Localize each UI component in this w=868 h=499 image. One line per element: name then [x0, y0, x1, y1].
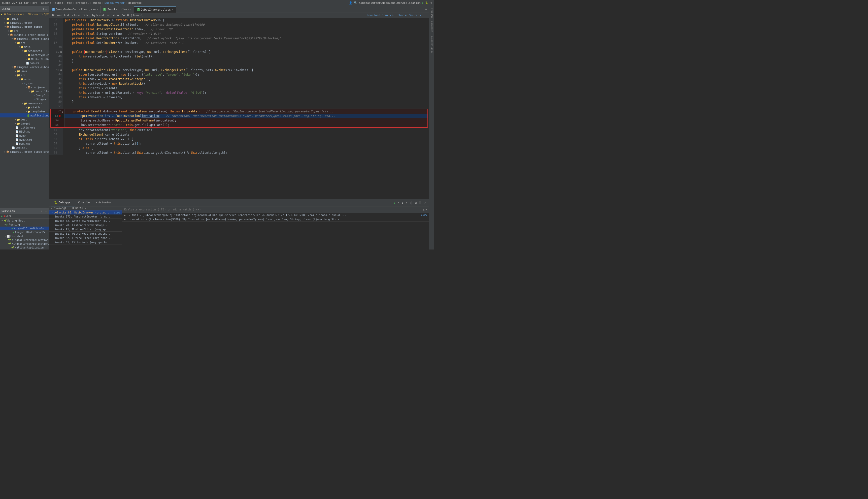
- tree-mvn[interactable]: ▶ 📁 .mvn: [0, 69, 49, 73]
- code-line-33: 33 private final ExchangeClient[] client…: [49, 22, 429, 27]
- frame-invoke-52[interactable]: invoke:52, AsyncToSyncInvoker (o...: [49, 219, 122, 223]
- frame-invoke-52b[interactable]: invoke:52, FutureFilter (org.apac...: [49, 236, 122, 240]
- tree-pom-3[interactable]: 📄 pom.xml: [0, 146, 49, 150]
- tree-metainf[interactable]: ▶ 📁 META-INF.maven: [0, 57, 49, 61]
- var-this[interactable]: ▶ = this = {DubboInvoker@9687} "interfac…: [122, 213, 429, 217]
- frame-invoke-78[interactable]: invoke:78, ListenerInvokerWrapp...: [49, 223, 122, 227]
- sidebar-notifications[interactable]: Notifications: [431, 36, 433, 53]
- close-tab-2[interactable]: ✕: [130, 8, 131, 11]
- tree-gitignore[interactable]: 📄 .gitignore: [0, 125, 49, 130]
- filter-icon[interactable]: ▼: [84, 207, 86, 210]
- settings-icon[interactable]: ⚙: [430, 1, 432, 4]
- more-tabs-icon[interactable]: ≡: [423, 8, 429, 11]
- run-to-cursor-icon[interactable]: →|: [409, 201, 412, 205]
- xingmall-order-app[interactable]: 🌱 XingmallOrderApplication: [0, 238, 49, 242]
- tree-mvnw[interactable]: 📄 mvnw: [0, 134, 49, 138]
- tree-test[interactable]: ▶ 📁 test: [0, 118, 49, 121]
- tree-xingmall-order[interactable]: ▶ 📁 xingmall-order: [0, 21, 49, 25]
- tree-xingmall-order-duboo[interactable]: ▼ 📦 xingmall-order-duboo: [0, 25, 49, 29]
- tree-static[interactable]: ▶ 📁 static: [0, 105, 49, 109]
- choose-sources-link[interactable]: Choose Sources...: [397, 14, 426, 17]
- tree-resources-1[interactable]: ▼ 📁 resources: [0, 49, 49, 53]
- gear-icon[interactable]: ⚙: [42, 8, 44, 10]
- resume-icon[interactable]: ▶: [394, 201, 395, 205]
- debug-icon[interactable]: 🐛: [425, 1, 429, 4]
- debug-settings-icon[interactable]: ☰: [419, 201, 421, 205]
- tree-consumer-api[interactable]: ▼ 📦 xingmall-order-duboo-consumer-api: [0, 37, 49, 41]
- producer-app-service[interactable]: ✱ XingmallOrderDubooProducerApplication: [0, 230, 49, 234]
- tree-helpmd[interactable]: 📄 HELP.md: [0, 130, 49, 134]
- frame-invoke-61a[interactable]: invoke:61, FilterNode (org.apach...: [49, 232, 122, 236]
- tree-queryorder[interactable]: ☕ QueryOrderContrller: [0, 93, 49, 97]
- tree-consumer[interactable]: ▼ 📦 xingmall-order-duboo-consumer: [0, 33, 49, 37]
- step-over-icon[interactable]: ↷: [398, 201, 399, 205]
- tab-queryorder[interactable]: J QueryOrderContrller.java ✕: [49, 6, 101, 13]
- consumer-app-service[interactable]: ✱ XingmallOrderDubooConsumerApplication …: [0, 227, 49, 230]
- close-tab-3[interactable]: ✕: [172, 8, 173, 11]
- mall-user-app[interactable]: 🌱 MallUserApplication: [0, 246, 49, 250]
- tree-appyaml[interactable]: 🌿 application.yaml: [0, 113, 49, 118]
- tree-src-2[interactable]: ▼ 📁 src: [0, 41, 49, 45]
- rerun-icon[interactable]: ↺: [6, 215, 8, 218]
- watch-input[interactable]: [124, 208, 422, 211]
- tree-src-1[interactable]: ▶ 📁 src: [0, 29, 49, 33]
- code-line-48: 48 this.version = url.getParameter( key:…: [49, 90, 429, 95]
- tree-package[interactable]: ▼ 📦 com.javaxing.xingmallorderdubooconsu…: [0, 85, 49, 89]
- code-line-37: 37 private final Set<Invoker<?>> invoker…: [49, 40, 429, 45]
- step-into-icon[interactable]: ↓: [401, 201, 403, 205]
- view-link-1[interactable]: View: [114, 211, 120, 214]
- tab-dubboinvoker[interactable]: C DubboInvoker.class ✕: [134, 6, 176, 13]
- tree-target[interactable]: ▶ 📁 target: [0, 121, 49, 125]
- tree-java[interactable]: ▼ ☕ java: [0, 81, 49, 85]
- search-icon[interactable]: 🔍: [354, 1, 357, 4]
- evaluate-icon[interactable]: ⊞: [415, 201, 417, 205]
- stop-icon[interactable]: ■: [4, 215, 5, 218]
- tree-controller[interactable]: ▼ 📁 controller: [0, 89, 49, 93]
- frame-invoke-91[interactable]: invoke:91, MonitorFilter (org.ap...: [49, 227, 122, 232]
- close-tab-1[interactable]: ✕: [97, 8, 98, 11]
- maximize-icon[interactable]: ⤢: [423, 201, 426, 205]
- sidebar-mybatis[interactable]: MyBatis: [431, 8, 433, 17]
- tab-debugger[interactable]: 🐛 Debugger: [51, 199, 75, 206]
- breadcrumb-class[interactable]: DubboInvoker: [104, 1, 124, 4]
- running-item[interactable]: ▼ ▶ Running: [0, 222, 49, 227]
- sidebar-data[interactable]: Database: [431, 21, 433, 32]
- tree-consumer-app[interactable]: ☕ XingmallOrderDubooConsumerApplication: [0, 97, 49, 101]
- xingmall-order-app2[interactable]: 🌱 XingmallOrderApplication2: [0, 242, 49, 246]
- tab-actuator[interactable]: ⚡ Actuator: [93, 199, 115, 206]
- tree-idea[interactable]: ▶ 📁 .idea: [0, 17, 49, 21]
- xingmall-order-label: xingmall-order: [10, 21, 33, 24]
- finished-item[interactable]: ▼ ⬜ Finished: [0, 234, 49, 238]
- tree-templates[interactable]: ▶ 📁 templates: [0, 109, 49, 113]
- frame-invoke-173[interactable]: invoke:173, AbstractInvoker (org...: [49, 215, 122, 219]
- frame-doInvoke[interactable]: → doInvoke:86, DubboInvoker (org.a... Vi…: [49, 210, 122, 215]
- class-icon-2: C: [103, 8, 106, 11]
- layout-icon[interactable]: ☰: [45, 8, 47, 10]
- tree-consumer-biz[interactable]: ▼ 📦 xingmall-order-duboo-consumer-biz: [0, 65, 49, 69]
- tab-invoker[interactable]: C Invoker.class ✕: [101, 6, 134, 13]
- tree-pom-2[interactable]: 📄 pom.xml: [0, 142, 49, 146]
- gear-icon-2[interactable]: ...: [43, 210, 47, 212]
- tree-main-2[interactable]: ▼ 📁 main: [0, 77, 49, 81]
- collapse-icon[interactable]: ⊟: [9, 215, 11, 218]
- tree-archetype[interactable]: ▶ 📁 archetype-resources: [0, 53, 49, 57]
- view-link-this[interactable]: View: [421, 214, 427, 216]
- run-icon[interactable]: ▶: [422, 1, 424, 4]
- tab-console[interactable]: Console: [75, 199, 93, 206]
- tree-mvnwcmd[interactable]: 📄 mvnw.cmd: [0, 138, 49, 142]
- expand-watch-icon[interactable]: ▲: [423, 208, 424, 211]
- var-invocation[interactable]: ▶ invocation = {RpcInvocation@9688} "Rpc…: [122, 217, 429, 221]
- tree-nacos-server[interactable]: ▼ 🖥 NacosServer ~/Documents/源码/JAVA/测试De…: [0, 12, 49, 17]
- download-sources-link[interactable]: Download Sources: [367, 14, 394, 17]
- run-all-icon[interactable]: ▶: [1, 215, 3, 218]
- tree-pom-1[interactable]: 📄 pom.xml: [0, 61, 49, 65]
- step-out-icon[interactable]: ↑: [405, 201, 407, 205]
- tree-src-3[interactable]: ▼ 📁 src: [0, 73, 49, 77]
- spring-boot-item[interactable]: ▼ 🌱 Spring Boot: [0, 219, 49, 222]
- settings-icon-2[interactable]: ⚙: [41, 210, 42, 212]
- tree-producer[interactable]: ▶ 📦 xingmall-order-duboo-producer: [0, 150, 49, 154]
- collapse-watch-icon[interactable]: ▼: [425, 208, 427, 211]
- tree-main-1[interactable]: ▼ 📁 main: [0, 45, 49, 49]
- frame-invoke-61b[interactable]: invoke:61, FilterNode (org.apache...: [49, 240, 122, 244]
- tree-resources-2[interactable]: ▼ 📁 resources: [0, 101, 49, 105]
